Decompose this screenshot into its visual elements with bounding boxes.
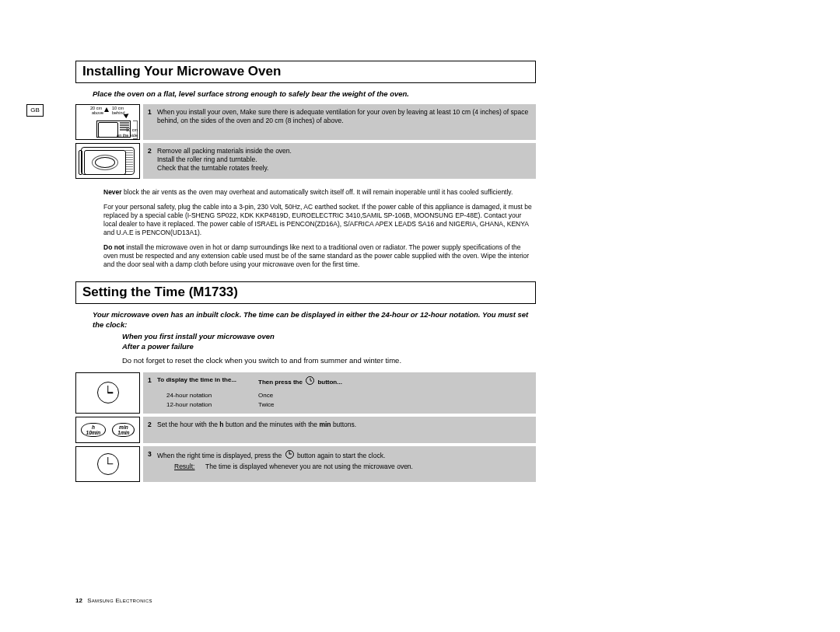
clock-icon	[306, 376, 314, 385]
step-number: 3	[148, 450, 157, 471]
h-button-icon: h 10min	[81, 423, 107, 437]
step-body: 1 To display the time in the... Then pre…	[143, 372, 536, 413]
safety-paragraph: For your personal safety, plug the cable…	[103, 203, 536, 237]
time-intro: Your microwave oven has an inbuilt clock…	[93, 310, 536, 330]
arrow-up-icon	[104, 107, 109, 112]
time-step-3: 3 When the right time is displayed, pres…	[75, 446, 536, 482]
step-number: 1	[148, 108, 157, 136]
step-text: Remove all packing materials inside the …	[157, 147, 531, 175]
step-text: When you install your oven, Make sure th…	[157, 108, 531, 136]
diagram-label: 10 cm	[126, 128, 138, 133]
warning-donot: Do not install the microwave oven in hot…	[103, 243, 536, 269]
step-line: Check that the turntable rotates freely.	[157, 164, 531, 173]
diagram-label: on the side	[117, 134, 138, 138]
clock-icon	[97, 382, 119, 403]
install-step-1: 20 cm above 10 cm behind 10 cm on the si…	[75, 104, 536, 140]
step-text: When the right time is displayed, press …	[157, 450, 531, 471]
clock-button-diagram	[75, 446, 140, 482]
time-bullet: After a power failure	[122, 342, 536, 352]
page-content: Installing Your Microwave Oven Place the…	[75, 61, 536, 485]
step-body: 2 Remove all packing materials inside th…	[143, 143, 536, 179]
step-number: 2	[148, 147, 157, 175]
clock-button-diagram	[75, 372, 140, 413]
clock-icon	[285, 450, 294, 459]
table-header: To display the time in the... Then press…	[157, 376, 531, 386]
install-step-2: 2 Remove all packing materials inside th…	[75, 143, 536, 179]
hour-min-buttons-diagram: h 10min min 1min	[75, 417, 140, 443]
step-body: 1 When you install your oven, Make sure …	[143, 104, 536, 140]
time-bullet: When you first install your microwave ov…	[122, 332, 536, 342]
time-step-2: h 10min min 1min 2 Set the hour with the…	[75, 417, 536, 443]
step-line: Install the roller ring and turntable.	[157, 155, 531, 164]
step-body: 3 When the right time is displayed, pres…	[143, 446, 536, 482]
step-number: 1	[148, 376, 157, 409]
section-title-time: Setting the Time (M1733)	[75, 281, 536, 304]
install-intro: Place the oven on a flat, level surface …	[93, 89, 536, 100]
step-text: Set the hour with the h button and the m…	[157, 421, 531, 439]
step-line: Remove all packing materials inside the …	[157, 147, 531, 155]
warning-never: Never block the air vents as the oven ma…	[103, 188, 536, 197]
section-title-install: Installing Your Microwave Oven	[75, 61, 536, 83]
diagram-label: above	[92, 111, 103, 116]
time-step-1: 1 To display the time in the... Then pre…	[75, 372, 536, 413]
ventilation-diagram: 20 cm above 10 cm behind 10 cm on the si…	[75, 104, 140, 140]
min-button-icon: min 1min	[112, 423, 135, 437]
summer-note: Do not forget to reset the clock when yo…	[122, 356, 536, 366]
step-body: 2 Set the hour with the h button and the…	[143, 417, 536, 443]
page-footer: 12 Samsung Electronics	[75, 597, 152, 604]
result-line: Result: The time is displayed whenever y…	[157, 463, 531, 471]
step-number: 2	[148, 421, 157, 439]
arrow-icon	[124, 112, 130, 118]
turntable-diagram	[75, 143, 140, 179]
footer-brand: Samsung Electronics	[87, 597, 152, 604]
page-number: 12	[75, 597, 82, 604]
clock-icon	[97, 453, 119, 475]
table-rows: 24-hour notationOnce 12-hour notationTwi…	[157, 391, 531, 410]
region-badge: GB	[26, 104, 44, 117]
